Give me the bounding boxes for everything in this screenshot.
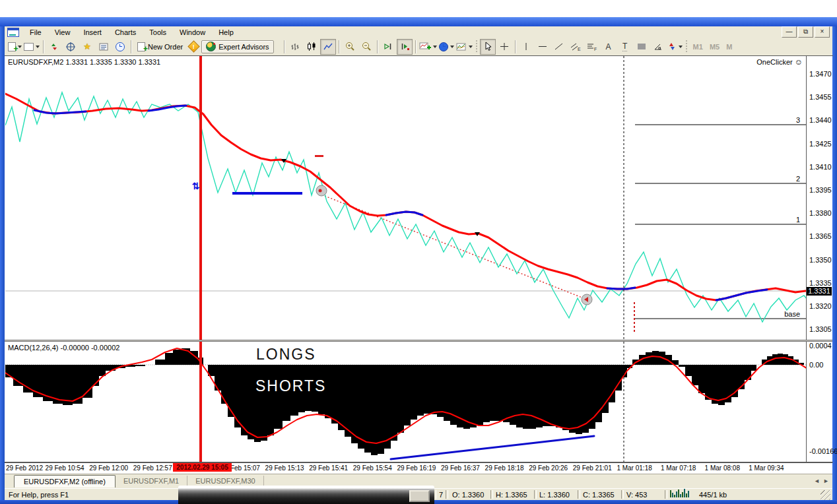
- connection-bars-icon: [670, 489, 689, 497]
- chevron-down-icon: [469, 46, 473, 50]
- shapes-button[interactable]: [634, 39, 650, 55]
- history-center-icon: ★: [83, 42, 91, 51]
- cursor-icon: [483, 42, 492, 51]
- axis-separator: [806, 55, 807, 473]
- macd-plot[interactable]: [5, 342, 806, 462]
- mdi-restore-button[interactable]: ⧉: [798, 26, 813, 38]
- level-label-3: 3: [760, 116, 800, 124]
- angle-icon: [653, 42, 663, 51]
- time-label: 29 Feb 10:54: [46, 464, 84, 472]
- base-label: base: [760, 310, 800, 318]
- new-order-button[interactable]: + New Order: [134, 39, 186, 55]
- price-axis-label: 1.3425: [809, 140, 832, 148]
- main-chart-plot[interactable]: [5, 56, 806, 340]
- mdi-minimize-button[interactable]: —: [782, 26, 797, 38]
- strategy-tester-button[interactable]: [112, 39, 128, 55]
- text-button[interactable]: A: [601, 39, 617, 55]
- zoom-out-button[interactable]: [358, 39, 374, 55]
- line-chart-button[interactable]: [320, 39, 336, 55]
- fibonacci-button[interactable]: F: [584, 39, 600, 55]
- indicators-button[interactable]: [418, 39, 438, 55]
- horizontal-line-button[interactable]: [535, 39, 551, 55]
- signal-bar: [680, 494, 681, 497]
- menu-insert[interactable]: Insert: [77, 28, 108, 37]
- signal-bar: [676, 491, 677, 497]
- profiles-button[interactable]: [23, 39, 40, 55]
- entry-marker-dot: [319, 189, 322, 193]
- tab-eurusdfxf-m30[interactable]: EURUSDFXF,M30: [187, 476, 263, 486]
- smiley-icon[interactable]: ☺: [795, 57, 803, 67]
- arrows-tool-button[interactable]: [667, 39, 683, 55]
- zoom-in-button[interactable]: [342, 39, 358, 55]
- shapes-icon: [638, 44, 646, 49]
- market-watch-button[interactable]: [46, 39, 62, 55]
- status-panel: O: 1.3360: [452, 491, 484, 499]
- time-label: 29 Feb 12:57: [133, 464, 172, 472]
- warning-icon[interactable]: !: [187, 40, 199, 52]
- cursor-button[interactable]: [480, 39, 496, 55]
- time-label: 29 Feb 12:00: [89, 464, 128, 472]
- menu-window[interactable]: Window: [173, 28, 212, 37]
- candlestick-icon: [306, 42, 317, 51]
- price-axis-label: 1.3320: [809, 302, 832, 310]
- current-price-tag: 1.3331: [807, 287, 832, 296]
- shorts-label: SHORTS: [255, 377, 326, 395]
- red-dash-marker: [315, 155, 323, 157]
- templates-button[interactable]: [455, 39, 473, 55]
- angle-button[interactable]: [650, 39, 666, 55]
- menu-view[interactable]: View: [48, 28, 77, 37]
- chart-shift-button[interactable]: [397, 39, 413, 55]
- oneclicker-label: OneClicker ☺: [739, 57, 803, 67]
- data-window-button[interactable]: [63, 39, 79, 55]
- menu-file[interactable]: File: [23, 28, 48, 37]
- status-panel: L: 1.3360: [539, 491, 570, 499]
- status-separator: [621, 490, 624, 499]
- time-label: 1 Mar 01:18: [617, 464, 652, 472]
- equidistant-channel-button[interactable]: E: [568, 39, 584, 55]
- navigator-button[interactable]: [96, 39, 112, 55]
- expert-advisors-button[interactable]: Expert Advisors: [201, 40, 273, 53]
- foreign-window-fragment: [178, 486, 434, 504]
- timeframe-m5[interactable]: M5: [706, 42, 723, 52]
- time-label: 29 Feb 16:19: [397, 464, 436, 472]
- status-separator: [490, 490, 493, 499]
- foreign-window-button[interactable]: [409, 490, 430, 502]
- time-label: 29 Feb 16:37: [441, 464, 480, 472]
- tab-eurusdfxf-m2-offline-[interactable]: EURUSDFXF,M2 (offline): [14, 475, 116, 488]
- timeframe-m1[interactable]: M1: [690, 42, 706, 52]
- menu-charts[interactable]: Charts: [108, 28, 143, 37]
- profiles-icon: [24, 43, 34, 51]
- menu-tools[interactable]: Tools: [143, 28, 173, 37]
- fibonacci-icon: F: [586, 42, 598, 51]
- tab-eurusdfxf-m1[interactable]: EURUSDFXF,M1: [116, 476, 187, 486]
- new-chart-button[interactable]: +: [7, 39, 22, 55]
- price-axis-label: 1.3365: [809, 232, 832, 240]
- zoom-in-icon: [345, 42, 355, 52]
- tab-scroll-right-icon[interactable]: ►: [823, 478, 829, 484]
- candlestick-button[interactable]: [304, 39, 319, 55]
- timeframe-m[interactable]: M: [723, 42, 735, 52]
- text-icon: A: [606, 42, 611, 51]
- time-label: 1 Mar 09:34: [749, 464, 784, 472]
- window-border-left: [0, 26, 5, 504]
- new-chart-icon: +: [8, 42, 16, 51]
- time-label: 29 Feb 18:18: [485, 464, 524, 472]
- trendline-button[interactable]: [551, 39, 567, 55]
- periods-button[interactable]: [438, 39, 455, 55]
- signal-bar: [686, 493, 687, 497]
- bar-chart-button[interactable]: [287, 39, 303, 55]
- text-label-button[interactable]: T: [617, 39, 633, 55]
- crosshair-button[interactable]: [496, 39, 512, 55]
- mdi-close-button[interactable]: ×: [815, 26, 830, 38]
- history-center-button[interactable]: ★: [79, 39, 95, 55]
- resize-grip[interactable]: [820, 490, 830, 500]
- auto-scroll-button[interactable]: [380, 39, 396, 55]
- status-panel: C: 1.3365: [583, 491, 615, 499]
- signal-bar: [682, 492, 683, 497]
- indicators-icon: [419, 42, 431, 52]
- menu-help[interactable]: Help: [212, 28, 240, 37]
- price-axis-label: 1.3410: [809, 163, 832, 171]
- tab-scroll-left-icon[interactable]: ◄: [814, 478, 820, 484]
- vertical-line-button[interactable]: [518, 39, 534, 55]
- templates-icon: [456, 42, 467, 52]
